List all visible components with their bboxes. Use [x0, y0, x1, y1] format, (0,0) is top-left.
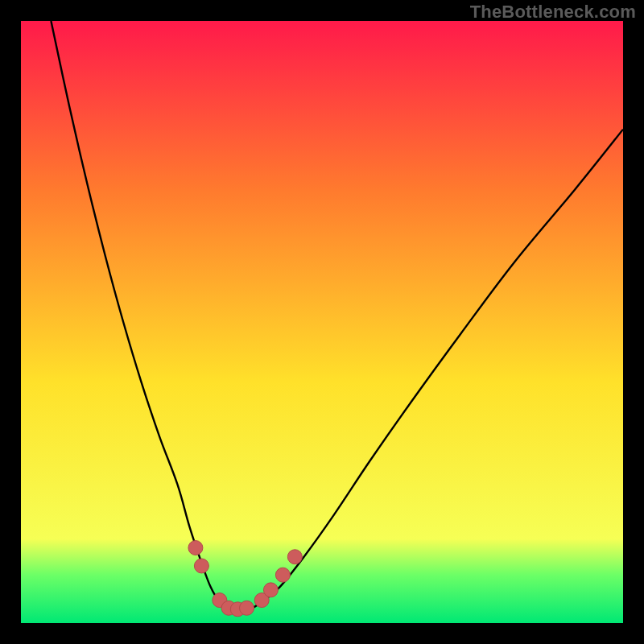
- bottleneck-chart: [21, 21, 623, 623]
- curve-marker: [275, 568, 290, 582]
- curve-marker: [194, 559, 208, 573]
- curve-marker: [188, 541, 203, 555]
- curve-marker: [240, 601, 254, 615]
- chart-frame: TheBottleneck.com: [0, 0, 644, 644]
- curve-marker: [287, 550, 302, 564]
- attribution-text: TheBottleneck.com: [470, 2, 636, 23]
- curve-marker: [263, 583, 278, 597]
